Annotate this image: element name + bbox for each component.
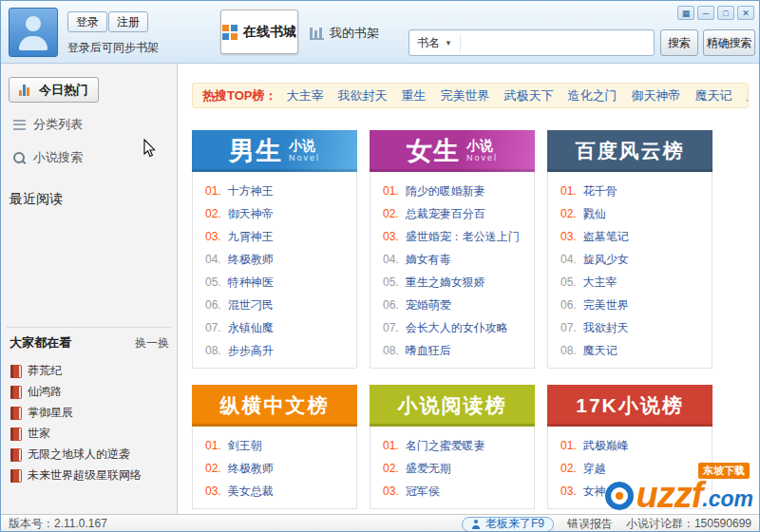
rank-number: 04.: [383, 253, 399, 266]
ranked-book-item[interactable]: 05.重生之嫡女狠娇: [370, 271, 534, 294]
ranked-book-item[interactable]: 01.剑王朝: [193, 434, 356, 457]
board-list-male: 01.十方神王02.御天神帝03.九霄神王04.终极教师05.特种神医06.混世…: [192, 172, 357, 369]
user-avatar[interactable]: [9, 8, 58, 57]
hot-search-link[interactable]: 大主宰: [287, 88, 324, 103]
rank-number: 05.: [205, 276, 221, 289]
ranked-book-item[interactable]: 07.永镇仙魔: [193, 316, 356, 339]
login-button[interactable]: 登录: [67, 11, 107, 32]
ranked-book-item[interactable]: 02.御天神帝: [193, 202, 356, 225]
ranked-book-item[interactable]: 04.旋风少女: [548, 248, 712, 271]
rank-number: 05.: [383, 276, 399, 289]
ranked-book-item[interactable]: 04.终极教师: [193, 248, 356, 271]
rank-number: 04.: [205, 253, 221, 266]
ranked-book-item[interactable]: 03.盛世婚宠：老公送上门: [370, 225, 534, 248]
status-bar: 版本号：2.11.0.167 老板来了F9 错误报告 小说讨论群：1505906…: [1, 514, 759, 532]
hot-search-link[interactable]: 武极天下: [504, 88, 554, 103]
ranked-book-item[interactable]: 02.穿越: [548, 457, 712, 480]
book-title: 宠婚萌爱: [406, 298, 451, 312]
skin-icon[interactable]: ▦: [677, 6, 694, 20]
change-batch-link[interactable]: 换一换: [135, 335, 169, 352]
ranked-book-item[interactable]: 08.步步高升: [193, 339, 356, 362]
book-item[interactable]: 莽荒纪: [10, 364, 174, 378]
error-report-link[interactable]: 错误报告: [567, 516, 613, 532]
rank-number: 07.: [205, 321, 221, 334]
book-item[interactable]: 未来世界超级星联网络: [10, 468, 174, 483]
ranked-book-item[interactable]: 04.嫡女有毒: [370, 248, 534, 271]
rank-number: 03.: [383, 230, 399, 243]
ranked-book-item[interactable]: 06.混世刁民: [193, 294, 356, 316]
ranked-book-item[interactable]: 03.冠军侯: [370, 480, 534, 503]
book-title: 大主宰: [583, 276, 618, 289]
ranked-book-item[interactable]: 02.盛爱无期: [370, 457, 534, 480]
book-item[interactable]: 世家: [10, 427, 174, 441]
book-title: 终极教师: [228, 462, 274, 475]
hot-search-link[interactable]: 造化之门: [568, 88, 618, 103]
sidebar-item-novel-search[interactable]: 小说搜索: [13, 149, 83, 166]
book-title: 九霄神王: [228, 230, 274, 243]
ranked-book-item[interactable]: 03.女神: [548, 480, 712, 503]
hot-search-link[interactable]: 我欲封天: [338, 88, 388, 103]
board-header-baidu: 百度风云榜: [547, 130, 712, 172]
ranked-book-item[interactable]: 01.隋少的暖婚新妻: [370, 180, 534, 202]
boss-key-button[interactable]: 老板来了F9: [462, 517, 554, 532]
ranked-book-item[interactable]: 01.十方神王: [193, 180, 356, 202]
hot-search-link[interactable]: 完美世界: [441, 88, 490, 103]
hot-search-link[interactable]: 重生: [402, 88, 427, 103]
ranked-book-item[interactable]: 08.魔天记: [548, 339, 712, 362]
ranked-book-item[interactable]: 01.武极巅峰: [548, 434, 712, 457]
book-title: 名门之蜜爱暖妻: [406, 439, 485, 452]
search-button[interactable]: 搜索: [660, 29, 698, 56]
ranked-book-item[interactable]: 07.我欲封天: [548, 316, 712, 339]
precise-search-button[interactable]: 精确搜索: [703, 29, 755, 56]
register-button[interactable]: 注册: [108, 11, 148, 32]
book-icon: [10, 386, 22, 399]
ranked-book-item[interactable]: 03.盗墓笔记: [548, 225, 712, 248]
book-icon: [10, 469, 22, 483]
sidebar-item-today-hot[interactable]: 今日热门: [9, 77, 99, 103]
search-category-dropdown[interactable]: 书名 ▼: [417, 35, 461, 51]
ranked-book-item[interactable]: 01.名门之蜜爱暖妻: [370, 434, 534, 457]
book-item[interactable]: 仙鸿路: [10, 385, 174, 399]
book-icon: [10, 448, 22, 462]
book-title: 会长大人的女仆攻略: [406, 321, 508, 334]
ranked-book-item[interactable]: 03.美女总裁: [193, 480, 356, 503]
ranked-book-item[interactable]: 02.总裁宠妻百分百: [370, 202, 534, 225]
rank-number: 07.: [383, 321, 399, 334]
ranked-book-item[interactable]: 07.会长大人的女仆攻略: [370, 316, 534, 339]
my-bookshelf-tab[interactable]: 我的书架: [310, 25, 379, 42]
book-item[interactable]: 掌御星辰: [10, 406, 174, 420]
ranked-book-item[interactable]: 05.大主宰: [548, 271, 712, 294]
book-item[interactable]: 无限之地球人的逆袭: [10, 447, 174, 462]
search-category-label: 书名: [417, 35, 440, 51]
rank-number: 02.: [383, 207, 399, 220]
rank-number: 08.: [383, 344, 399, 357]
hot-search-links: 大主宰我欲封天重生完美世界武极天下造化之门御天神帝魔天记系统: [287, 87, 750, 104]
maximize-icon[interactable]: □: [717, 6, 734, 20]
ranked-book-item[interactable]: 08.嗜血狂后: [370, 339, 534, 362]
book-icon: [10, 407, 22, 420]
ranked-book-item[interactable]: 02.终极教师: [193, 457, 356, 480]
book-title: 掌御星辰: [28, 405, 73, 421]
my-bookshelf-label: 我的书架: [330, 25, 379, 42]
minimize-icon[interactable]: ─: [697, 6, 714, 20]
sidebar-item-category-list[interactable]: 分类列表: [13, 116, 83, 133]
ranked-book-item[interactable]: 02.戮仙: [548, 202, 712, 225]
board-male: 男生小说Novel01.十方神王02.御天神帝03.九霄神王04.终极教师05.…: [192, 130, 357, 369]
rank-number: 06.: [205, 298, 221, 312]
ranked-book-item[interactable]: 06.完美世界: [548, 294, 712, 316]
ranked-book-item[interactable]: 03.九霄神王: [193, 225, 356, 248]
ranked-book-item[interactable]: 01.花千骨: [548, 180, 712, 202]
search-input[interactable]: [466, 30, 654, 55]
online-bookstore-button[interactable]: 在线书城: [220, 10, 298, 54]
close-icon[interactable]: ✕: [737, 6, 754, 20]
hot-search-link[interactable]: 御天神帝: [632, 88, 681, 103]
board-list-baidu: 01.花千骨02.戮仙03.盗墓笔记04.旋风少女05.大主宰06.完美世界07…: [547, 172, 712, 369]
app-window: 登录 注册 登录后可同步书架 在线书城 我的书架 书名 ▼ 搜索 精确搜索 ▦ …: [0, 0, 760, 532]
book-icon: [10, 428, 22, 441]
mouse-cursor-icon: [141, 139, 160, 158]
ranked-book-item[interactable]: 05.特种神医: [193, 271, 356, 294]
hot-search-link[interactable]: 系统: [747, 88, 750, 103]
hot-search-link[interactable]: 魔天记: [695, 88, 732, 103]
ranked-book-item[interactable]: 06.宠婚萌爱: [370, 294, 534, 316]
book-title: 仙鸿路: [28, 384, 62, 400]
